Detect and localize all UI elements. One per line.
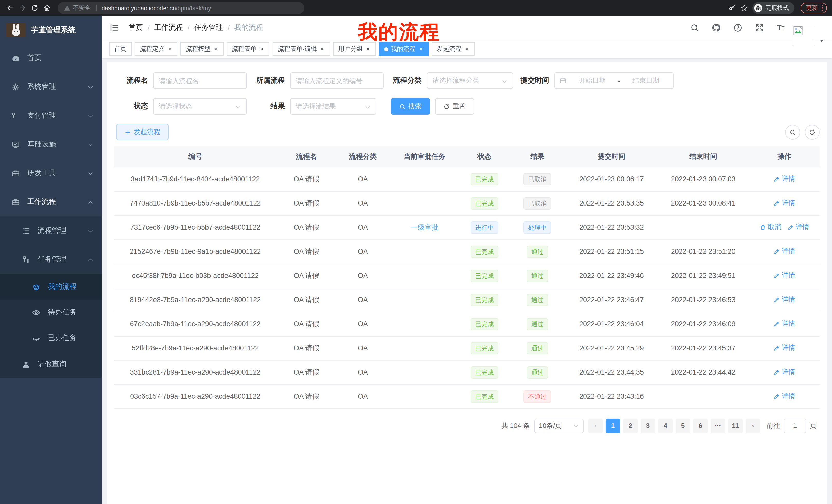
process-name-input[interactable] [159,77,241,85]
goto-page-input[interactable] [784,418,806,433]
tab-流程表单-编辑[interactable]: 流程表单-编辑 × [273,42,330,56]
category-select[interactable]: 请选择流程分类 [427,73,513,89]
reset-button[interactable]: 重置 [435,98,474,115]
page-button-11[interactable]: 11 [728,418,743,433]
submit-time-range-picker[interactable]: 开始日期 - 结束日期 [554,73,674,89]
detail-action[interactable]: 详情 [774,319,795,329]
browser-back-icon[interactable] [5,3,15,12]
page-button-5[interactable]: 5 [676,418,690,433]
cancel-action[interactable]: 取消 [760,223,781,232]
detail-action[interactable]: 详情 [787,223,809,232]
app-logo[interactable]: 芋道管理系统 [0,16,102,44]
detail-action[interactable]: 详情 [774,247,795,256]
sidebar-item-研发工具[interactable]: 研发工具 [0,159,102,188]
page-button-2[interactable]: 2 [623,418,638,433]
sidebar-item-基础设施[interactable]: 基础设施 [0,130,102,159]
password-key-icon[interactable] [727,3,737,12]
sidebar: 芋道管理系统 首页 系统管理 ¥ 支付管理 基础设施 研发工具 工作流程 流程管… [0,16,102,504]
avatar[interactable] [792,25,813,46]
close-tab-icon[interactable]: × [366,46,371,52]
page-button-3[interactable]: 3 [641,418,655,433]
page-content: 流程名 所属流程 流程分类 请选择流程分类 提交时间 [102,58,832,504]
show-search-toggle-button[interactable] [785,124,800,139]
detail-action[interactable]: 详情 [774,174,795,184]
incognito-badge: 无痕模式 [752,2,794,14]
tab-流程定义[interactable]: 流程定义 × [135,42,178,56]
fullscreen-icon[interactable] [754,23,765,33]
github-icon[interactable] [711,23,722,33]
address-bar[interactable]: 不安全 dashboard.yudao.iocoder.cn/bpm/task/… [58,2,305,14]
sidebar-item-系统管理[interactable]: 系统管理 [0,73,102,101]
edit-icon [774,200,780,206]
page-button-4[interactable]: 4 [658,418,673,433]
breadcrumb-home[interactable]: 首页 [129,23,143,32]
edit-icon [774,369,780,375]
browser-reload-icon[interactable] [30,3,39,12]
breadcrumb-workflow[interactable]: 工作流程 [154,23,183,32]
status-select[interactable]: 请选择状态 [153,98,247,115]
sidebar-item-任务管理[interactable]: 任务管理 [0,245,102,274]
browser-forward-icon[interactable] [18,3,27,12]
column-header: 流程名 [277,146,336,167]
browser-menu-icon[interactable] [822,5,823,11]
page-button-1[interactable]: 1 [606,418,620,433]
page-size-select[interactable]: 10条/页 [534,418,583,433]
result-badge: 通过 [526,270,548,282]
sidebar-item-支付管理[interactable]: ¥ 支付管理 [0,101,102,130]
detail-action[interactable]: 详情 [774,392,795,401]
close-tab-icon[interactable]: × [418,46,423,52]
page-button-6[interactable]: 6 [693,418,707,433]
end-time: 2022-01-22 23:45:37 [671,344,735,352]
end-time: 2022-01-22 23:44:42 [671,368,735,376]
detail-action[interactable]: 详情 [774,343,795,353]
user-menu-caret-icon[interactable] [818,36,825,43]
tab-流程表单[interactable]: 流程表单 × [227,42,270,56]
sidebar-item-已办任务[interactable]: 已办任务 [0,325,102,351]
menu-icon [22,360,30,369]
sidebar-item-待办任务[interactable]: 待办任务 [0,300,102,325]
tab-首页[interactable]: 首页 [109,42,132,56]
browser-update-button[interactable]: 更新 [800,3,827,13]
sidebar-item-我的流程[interactable]: 我的流程 [0,274,102,300]
detail-action[interactable]: 详情 [774,295,795,304]
create-process-button[interactable]: 发起流程 [116,124,169,140]
refresh-table-button[interactable] [805,124,820,139]
bookmark-star-icon[interactable] [740,3,749,12]
result-select[interactable]: 请选择流结果 [290,98,376,115]
more-pages-button[interactable]: ⋯ [711,418,725,433]
status-label: 状态 [116,102,153,111]
detail-action[interactable]: 详情 [774,271,795,280]
close-tab-icon[interactable]: × [464,46,469,52]
sidebar-toggle-icon[interactable] [109,23,119,33]
search-icon[interactable] [690,23,700,33]
detail-action[interactable]: 详情 [774,199,795,208]
font-size-icon[interactable]: TT [776,23,786,33]
next-page-button[interactable]: › [746,418,760,433]
definition-input[interactable] [296,77,378,85]
sidebar-item-请假查询[interactable]: 请假查询 [0,351,102,377]
search-icon [399,103,406,110]
browser-home-icon[interactable] [42,3,51,12]
detail-action[interactable]: 详情 [774,368,795,377]
sidebar-item-首页[interactable]: 首页 [0,44,102,73]
process-category: OA [358,175,368,183]
search-button[interactable]: 搜索 [391,98,430,115]
prev-page-button: ‹ [588,418,603,433]
sidebar-item-工作流程[interactable]: 工作流程 [0,188,102,216]
edit-icon [774,272,780,279]
close-tab-icon[interactable]: × [259,46,265,52]
close-tab-icon[interactable]: × [213,46,218,52]
end-time: 2022-01-22 23:49:51 [671,272,735,279]
edit-icon [787,224,794,231]
sidebar-item-流程管理[interactable]: 流程管理 [0,216,102,245]
breadcrumb-task[interactable]: 任务管理 [194,23,223,32]
edit-icon [774,393,780,400]
close-tab-icon[interactable]: × [319,46,325,52]
close-tab-icon[interactable]: × [167,46,173,52]
status-badge: 进行中 [471,221,498,233]
process-category: OA [358,248,368,255]
status-badge: 已完成 [471,245,498,258]
help-icon[interactable] [733,23,743,33]
current-task[interactable]: 一级审批 [411,223,438,231]
tab-流程模型[interactable]: 流程模型 × [181,42,224,56]
